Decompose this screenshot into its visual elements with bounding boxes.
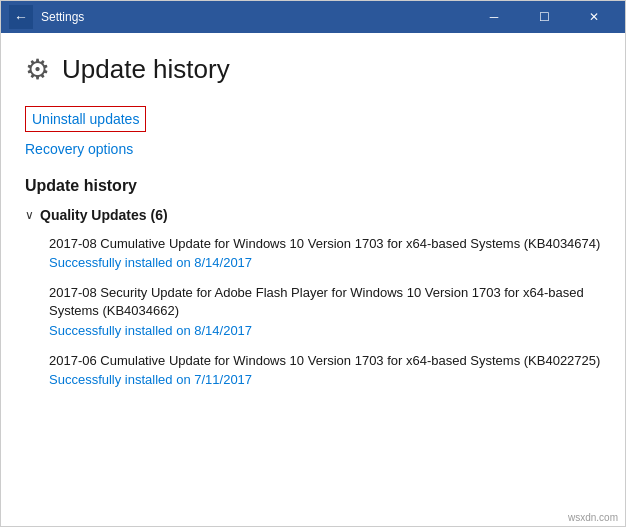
window-controls: ─ ☐ ✕ [471,1,617,33]
update-status-3[interactable]: Successfully installed on 7/11/2017 [49,372,601,387]
uninstall-updates-link[interactable]: Uninstall updates [25,106,146,132]
recovery-options-link[interactable]: Recovery options [25,141,133,157]
update-name-3: 2017-06 Cumulative Update for Windows 10… [49,352,601,370]
page-header: ⚙ Update history [25,53,601,86]
minimize-button[interactable]: ─ [471,1,517,33]
window-title: Settings [41,10,84,24]
back-icon: ← [14,9,28,25]
update-name-1: 2017-08 Cumulative Update for Windows 10… [49,235,601,253]
update-item-3: 2017-06 Cumulative Update for Windows 10… [49,352,601,387]
quality-updates-header: ∨ Quality Updates (6) [25,207,601,223]
update-item-2: 2017-08 Security Update for Adobe Flash … [49,284,601,337]
update-status-2[interactable]: Successfully installed on 8/14/2017 [49,323,601,338]
settings-window: ← Settings ─ ☐ ✕ ⚙ Update history Uninst… [0,0,626,527]
watermark: wsxdn.com [568,512,618,523]
close-button[interactable]: ✕ [571,1,617,33]
main-content: ⚙ Update history Uninstall updates Recov… [1,33,625,526]
quality-updates-title: Quality Updates (6) [40,207,168,223]
page-title: Update history [62,54,230,85]
update-item-1: 2017-08 Cumulative Update for Windows 10… [49,235,601,270]
chevron-down-icon: ∨ [25,208,34,222]
title-bar: ← Settings ─ ☐ ✕ [1,1,625,33]
title-bar-left: ← Settings [9,5,84,29]
update-history-section-title: Update history [25,177,601,195]
gear-icon: ⚙ [25,53,50,86]
back-button[interactable]: ← [9,5,33,29]
update-status-1[interactable]: Successfully installed on 8/14/2017 [49,255,601,270]
window-content: ⚙ Update history Uninstall updates Recov… [1,33,625,526]
restore-button[interactable]: ☐ [521,1,567,33]
update-name-2: 2017-08 Security Update for Adobe Flash … [49,284,601,320]
